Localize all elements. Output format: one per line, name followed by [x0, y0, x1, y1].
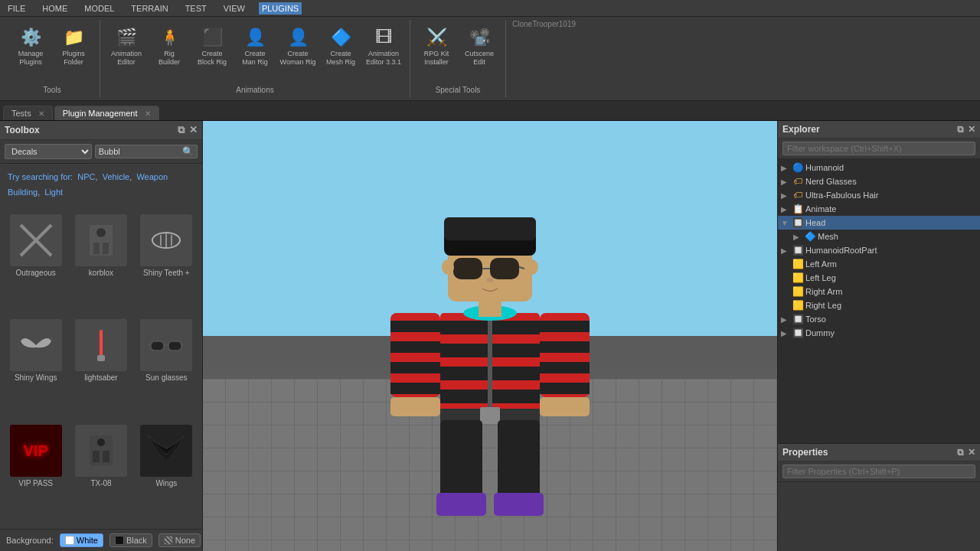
list-item[interactable]: VIP VIP PASS: [5, 422, 67, 524]
item-thumb-korblox: [75, 214, 127, 266]
tree-item-torso[interactable]: ▶ 🔲 Torso: [778, 312, 980, 326]
tree-item-animate[interactable]: ▶ 📋 Animate: [778, 202, 980, 216]
list-item[interactable]: korblox: [70, 211, 132, 314]
properties-dock-button[interactable]: ⧉: [957, 447, 964, 458]
category-dropdown[interactable]: Decals: [5, 144, 92, 159]
explorer-dock-button[interactable]: ⧉: [957, 124, 964, 135]
list-item[interactable]: Wings: [136, 422, 198, 524]
suggestion-light[interactable]: Light: [44, 187, 63, 197]
suggestion-building[interactable]: Building: [8, 187, 38, 197]
animation-editor-button[interactable]: 🎬 AnimationEditor: [106, 24, 146, 70]
explorer-close-button[interactable]: ✕: [968, 124, 975, 135]
search-wrapper: 🔍: [95, 145, 198, 158]
tree-item-right-arm[interactable]: ▶ 🟨 Right Arm: [778, 285, 980, 298]
list-item[interactable]: Shiny Wings: [5, 316, 67, 419]
list-item[interactable]: Sun glasses: [136, 316, 198, 419]
toolbox-close-button[interactable]: ✕: [189, 124, 198, 136]
bg-none-button[interactable]: None: [158, 533, 201, 547]
tree-item-left-arm[interactable]: ▶ 🟨 Left Arm: [778, 257, 980, 271]
svg-rect-36: [540, 341, 590, 353]
toolbox-dock-button[interactable]: ⧉: [178, 124, 185, 136]
explorer-filter-input[interactable]: [782, 142, 975, 155]
menu-home[interactable]: HOME: [39, 2, 70, 15]
tree-label-head: Head: [805, 218, 977, 227]
menu-terrain[interactable]: TERRAIN: [128, 2, 171, 15]
search-icon[interactable]: 🔍: [182, 146, 194, 157]
list-item[interactable]: lightsaber: [70, 316, 132, 419]
tree-item-humanoid[interactable]: ▶ 🔵 Humanoid: [778, 161, 980, 174]
list-item[interactable]: Shiny Teeth +: [136, 211, 198, 314]
suggestion-vehicle[interactable]: Vehicle: [103, 172, 129, 181]
tree-arrow-humanoid-root[interactable]: ▶: [781, 246, 790, 255]
tab-plugin-management-close[interactable]: ✕: [145, 109, 151, 118]
humanoid-root-icon: 🔲: [792, 244, 804, 256]
suggestion-npc[interactable]: NPC: [77, 172, 95, 181]
tree-item-left-leg[interactable]: ▶ 🟨 Left Leg: [778, 271, 980, 285]
humanoid-icon: 🔵: [792, 161, 804, 174]
tree-arrow-torso[interactable]: ▶: [781, 315, 790, 324]
menu-plugins[interactable]: PLUGINS: [259, 2, 302, 15]
animation-editor-331-icon: 🎞: [375, 28, 392, 47]
create-man-rig-button[interactable]: 👤 CreateMan Rig: [235, 24, 275, 70]
animate-icon: 📋: [792, 203, 804, 215]
create-woman-rig-button[interactable]: 👤 CreateWoman Rig: [278, 24, 318, 70]
tab-tests[interactable]: Tests ✕: [3, 106, 53, 120]
tree-arrow-mesh[interactable]: ▶: [793, 233, 802, 241]
create-mesh-rig-button[interactable]: 🔷 CreateMesh Rig: [321, 24, 361, 70]
scene: [203, 121, 777, 551]
create-block-rig-button[interactable]: ⬛ CreateBlock Rig: [192, 24, 232, 70]
bg-white-label: White: [77, 536, 98, 545]
tree-arrow-dummy[interactable]: ▶: [781, 329, 790, 337]
svg-point-3: [96, 228, 106, 237]
list-item[interactable]: TX-08: [70, 422, 132, 524]
menu-file[interactable]: FILE: [5, 2, 28, 15]
list-item[interactable]: Outrageous: [5, 211, 67, 314]
tree-item-head[interactable]: ▼ 🔲 Head: [778, 216, 980, 230]
menu-test[interactable]: TEST: [182, 2, 210, 15]
manage-plugins-label: ManagePlugins: [18, 50, 44, 67]
tab-tests-close[interactable]: ✕: [38, 109, 44, 118]
bg-black-button[interactable]: Black: [109, 533, 152, 547]
tree-item-humanoid-root[interactable]: ▶ 🔲 HumanoidRootPart: [778, 243, 980, 257]
suggestion-weapon[interactable]: Weapon: [136, 172, 168, 181]
bg-white-button[interactable]: White: [60, 533, 103, 547]
item-thumb-sunglasses: [140, 319, 192, 371]
svg-rect-41: [480, 407, 500, 424]
cutscene-edit-button[interactable]: 📽️ CutsceneEdit: [459, 24, 499, 70]
plugins-folder-button[interactable]: 📁 PluginsFolder: [54, 24, 93, 70]
rig-builder-button[interactable]: 🧍 RigBuilder: [149, 24, 189, 70]
svg-rect-35: [540, 321, 590, 332]
properties-close-button[interactable]: ✕: [968, 447, 975, 458]
tree-arrow-head[interactable]: ▼: [781, 219, 790, 227]
svg-rect-29: [390, 321, 440, 332]
tree-arrow-ultra-fabulous-hair[interactable]: ▶: [781, 191, 790, 200]
toolbox-controls-buttons: ⧉ ✕: [178, 124, 198, 136]
tab-plugin-management[interactable]: Plugin Management ✕: [54, 106, 159, 120]
search-input[interactable]: [99, 147, 182, 156]
suggestions-label: Try searching for:: [8, 172, 73, 181]
tree-item-dummy[interactable]: ▶ 🔲 Dummy: [778, 326, 980, 340]
svg-rect-12: [151, 341, 164, 350]
tree-item-ultra-fabulous-hair[interactable]: ▶ 🏷 Ultra-Fabulous Hair: [778, 188, 980, 202]
viewport[interactable]: [203, 121, 777, 551]
item-thumb-lightsaber: [75, 319, 127, 371]
manage-plugins-button[interactable]: ⚙️ ManagePlugins: [11, 24, 51, 70]
tree-arrow-animate[interactable]: ▶: [781, 205, 790, 214]
create-man-rig-label: CreateMan Rig: [242, 50, 268, 67]
rpg-kit-installer-button[interactable]: ⚔️ RPG KitInstaller: [416, 24, 456, 70]
animation-editor-331-button[interactable]: 🎞 AnimationEditor 3.3.1: [364, 24, 403, 70]
tree-item-nerd-glasses[interactable]: ▶ 🏷 Nerd Glasses: [778, 174, 980, 188]
tree-item-mesh[interactable]: ▶ 🔷 Mesh: [778, 230, 980, 243]
menu-view[interactable]: VIEW: [220, 2, 248, 15]
left-leg-icon: 🟨: [792, 272, 804, 284]
tab-tests-label: Tests: [11, 109, 31, 118]
tree-arrow-nerd-glasses[interactable]: ▶: [781, 178, 790, 186]
item-label-korblox: korblox: [89, 269, 113, 277]
animation-editor-331-label: AnimationEditor 3.3.1: [366, 50, 401, 67]
menu-model[interactable]: MODEL: [81, 2, 117, 15]
rig-builder-label: RigBuilder: [158, 50, 180, 67]
bg-none-label: None: [175, 536, 195, 545]
tree-item-right-leg[interactable]: ▶ 🟨 Right Leg: [778, 298, 980, 312]
properties-filter-input[interactable]: [782, 465, 975, 478]
tree-arrow-humanoid[interactable]: ▶: [781, 164, 790, 172]
